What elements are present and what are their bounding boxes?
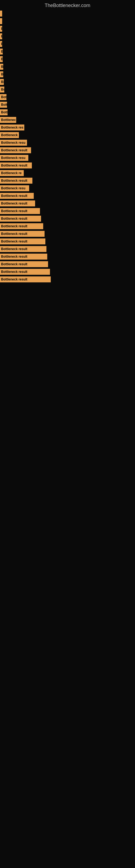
bar-item: B bbox=[0, 64, 3, 70]
bar-row: Bottleneck result bbox=[0, 199, 135, 207]
bar-row: Bottleneck result bbox=[0, 192, 135, 199]
bar-row: Bottleneck resu bbox=[0, 184, 135, 192]
bar-row: Bottleneck res bbox=[0, 124, 135, 131]
bar-item: Bottleneck re bbox=[0, 170, 24, 176]
bar-row: Bott bbox=[0, 108, 135, 116]
bar-item: Bottleneck result bbox=[0, 261, 48, 267]
bar-row: Bottleneck result bbox=[0, 177, 135, 184]
bar-item: B bbox=[0, 49, 3, 55]
bar-row: Bo bbox=[0, 78, 135, 86]
bar-item: Bolt bbox=[0, 102, 7, 108]
bar-row: Bottleneck result bbox=[0, 222, 135, 230]
bar-item: Bottleneck result bbox=[0, 208, 40, 214]
bar-item: Bottleneck result bbox=[0, 193, 34, 199]
bar-row: Bottleneck result bbox=[0, 215, 135, 222]
bar-row: E bbox=[0, 33, 135, 40]
site-title: TheBottlenecker.com bbox=[0, 0, 135, 10]
bar-row: B bbox=[0, 55, 135, 63]
bar-row: Bottleneck result bbox=[0, 238, 135, 245]
bar-item: Bottleneck result bbox=[0, 162, 32, 168]
bar-item: Bottleneck result bbox=[0, 246, 46, 252]
bar-row: E bbox=[0, 40, 135, 48]
bar-item: Bottleneck result bbox=[0, 269, 50, 275]
bar-row: Bottleneck re bbox=[0, 169, 135, 177]
bar-item: Bottleneck result bbox=[0, 239, 45, 244]
bar-item: E bbox=[0, 26, 2, 32]
bar-row: E bbox=[0, 25, 135, 33]
bar-row: Bottleneck resu bbox=[0, 139, 135, 147]
bar-row: Bottleneck bbox=[0, 131, 135, 139]
bar-item: Bottleneck result bbox=[0, 147, 31, 153]
bar-item: Bottleneck result bbox=[0, 223, 43, 229]
bar-row: Bo bbox=[0, 86, 135, 93]
bar-row: B bbox=[0, 70, 135, 78]
bar-row: Bottleneck result bbox=[0, 268, 135, 276]
bar-item: Bottleneck result bbox=[0, 254, 47, 259]
bar-item: E bbox=[0, 41, 2, 47]
bar-item: Bottleneck resu bbox=[0, 185, 29, 191]
bar-item: Bottleneck result bbox=[0, 216, 41, 222]
bar-row: Bott bbox=[0, 93, 135, 101]
bar-item bbox=[0, 10, 2, 17]
bar-row: Bottleneck result bbox=[0, 253, 135, 260]
bar-row bbox=[0, 18, 135, 25]
bar-item: Bottleneck bbox=[0, 132, 19, 138]
bar-item: Bottleneck res bbox=[0, 124, 24, 130]
bar-item: Bottleneck result bbox=[0, 178, 32, 184]
bar-item: Bottleneck resu bbox=[0, 140, 27, 146]
bar-row: Bottleneck result bbox=[0, 245, 135, 253]
bar-row: Bottleneck result bbox=[0, 260, 135, 268]
bar-item: Bottleneck result bbox=[0, 276, 51, 282]
bar-row bbox=[0, 10, 135, 18]
bar-row: B bbox=[0, 48, 135, 55]
bar-item: B bbox=[0, 56, 3, 62]
bar-row: Bottlenec bbox=[0, 116, 135, 124]
bar-item bbox=[0, 18, 2, 24]
bar-row: Bottleneck result bbox=[0, 147, 135, 154]
bar-row: Bottleneck result bbox=[0, 276, 135, 283]
bar-item: Bottlenec bbox=[0, 117, 16, 123]
bar-row: B bbox=[0, 63, 135, 70]
bar-item: Bott bbox=[0, 94, 6, 100]
bar-row: Bolt bbox=[0, 101, 135, 108]
bar-item: Bottleneck result bbox=[0, 231, 45, 237]
bar-row: Bottleneck resu bbox=[0, 154, 135, 162]
bar-row: Bottleneck result bbox=[0, 207, 135, 215]
bar-item: Bottleneck resu bbox=[0, 155, 28, 161]
chart-container: EEEBBBBBoBoBottBoltBottBottlenecBottlene… bbox=[0, 10, 135, 283]
bar-item: Bo bbox=[0, 87, 4, 93]
bar-row: Bottleneck result bbox=[0, 230, 135, 238]
bar-item: Bott bbox=[0, 109, 8, 115]
bar-item: Bo bbox=[0, 79, 4, 85]
bar-item: Bottleneck result bbox=[0, 200, 35, 207]
bar-row: Bottleneck result bbox=[0, 162, 135, 169]
bar-item: B bbox=[0, 71, 3, 77]
bar-item: E bbox=[0, 33, 2, 39]
